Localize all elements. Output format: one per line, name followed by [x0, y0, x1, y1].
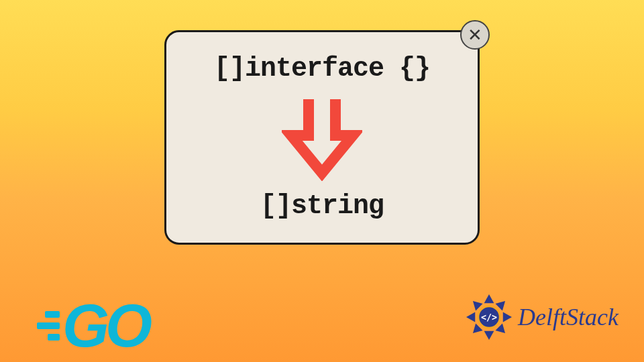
source-type-label: []interface {}: [214, 54, 430, 84]
delftstack-emblem-icon: </>: [464, 292, 514, 342]
delftstack-logo: </> DelftStack: [464, 292, 619, 342]
close-icon: ✕: [468, 26, 482, 44]
svg-marker-3: [503, 312, 512, 322]
go-logo-text: GO: [62, 302, 148, 350]
down-arrow-icon: [282, 94, 362, 181]
svg-text:</>: </>: [481, 312, 497, 322]
go-speed-lines-icon: [37, 311, 60, 341]
conversion-card: ✕ []interface {} []string: [164, 30, 480, 245]
go-logo: GO: [37, 302, 148, 350]
svg-marker-1: [484, 331, 494, 340]
target-type-label: []string: [260, 191, 384, 221]
svg-marker-2: [466, 312, 475, 322]
svg-marker-0: [484, 294, 494, 303]
close-button[interactable]: ✕: [460, 20, 490, 50]
delftstack-logo-text: DelftStack: [518, 303, 619, 331]
